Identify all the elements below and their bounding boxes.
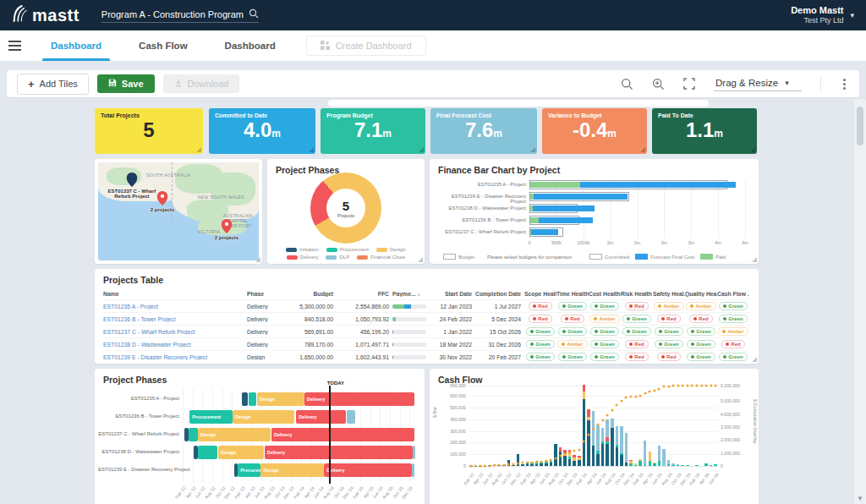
resize-grip[interactable] <box>752 357 757 362</box>
program-search-input[interactable]: Program A - Construction Program <box>101 8 259 23</box>
bar-segment-est01239-e-disaster-recovery-project <box>616 426 619 445</box>
health-cell: Green <box>589 340 621 348</box>
bar-segment-est01235-a-project <box>596 454 600 466</box>
health-cell: Red <box>524 302 556 310</box>
resize-grip[interactable] <box>309 147 314 152</box>
column-header-scope-health[interactable]: Scope Health <box>524 291 556 297</box>
cumulative-dot <box>573 450 576 452</box>
health-dot <box>659 330 662 333</box>
table-row[interactable]: EST01237 C - Wharf Refurb ProjectDeliver… <box>103 325 750 337</box>
table-row[interactable]: EST01235 A - ProjectDelivery5,300,000.00… <box>103 299 750 312</box>
kpi-tile-paid-to-date[interactable]: Paid To Date1.1m <box>652 108 757 154</box>
health-chip-green: Green <box>719 353 747 361</box>
search-icon[interactable] <box>249 8 259 20</box>
legend-swatch <box>326 255 337 260</box>
column-header-risk-health[interactable]: Risk Health <box>621 291 653 297</box>
map-pin[interactable] <box>222 219 233 233</box>
health-chip-red: Red <box>529 302 551 310</box>
tab-dashboard[interactable]: Dashboard <box>206 30 294 61</box>
kpi-value: 5 <box>101 118 197 142</box>
add-tiles-button[interactable]: + Add Tiles <box>17 74 89 95</box>
user-name: Demo Mastt <box>791 5 843 17</box>
save-button[interactable]: Save <box>97 74 155 93</box>
table-row[interactable]: EST01239 E - Disaster Recovery ProjectDe… <box>103 350 750 363</box>
resize-grip[interactable] <box>418 257 423 262</box>
column-header-cost-health[interactable]: Cost Health <box>589 291 621 297</box>
kpi-tile-program-budget[interactable]: Program Budget7.1m <box>321 108 425 154</box>
create-dashboard-button[interactable]: Create Dashboard <box>306 36 426 56</box>
column-header-payme-[interactable]: Payme... ↓ <box>392 291 431 297</box>
scrollbar-thumb[interactable] <box>857 107 863 145</box>
kpi-tile-variance-to-budget[interactable]: Variance to Budget-0.4m <box>542 108 647 154</box>
health-dot <box>533 317 536 320</box>
kpi-value: -0.4m <box>548 118 641 142</box>
health-dot <box>627 330 630 333</box>
map-pin[interactable] <box>157 191 168 205</box>
search-icon[interactable] <box>621 78 633 90</box>
bar-segment-est01236-b-tower-project <box>667 464 671 466</box>
table-cell: 789,170.00 <box>282 342 337 348</box>
resize-grip[interactable] <box>530 147 535 152</box>
table-row[interactable]: EST01236 B - Tower ProjectDelivery840,51… <box>103 312 750 325</box>
cumulative-dot <box>531 461 534 463</box>
column-header-ffc[interactable]: FFC <box>337 291 392 297</box>
column-header-safety-heal-[interactable]: Safety Heal... <box>653 291 685 297</box>
hamburger-menu-icon[interactable] <box>0 30 29 61</box>
health-label: Green <box>567 304 582 309</box>
tab-dashboard[interactable]: Dashboard <box>32 30 120 61</box>
resize-grip[interactable] <box>750 147 755 152</box>
map-canvas[interactable]: SOUTH AUSTRALIANEW SOUTH WALESAUSTRALIAN… <box>98 162 259 260</box>
project-name-link[interactable]: EST01236 B - Tower Project <box>103 316 247 322</box>
health-chip-red: Red <box>625 340 648 348</box>
user-menu[interactable]: Demo Mastt Test Pty Ltd ▾ <box>791 5 854 26</box>
health-dot <box>533 304 536 308</box>
map-pin[interactable] <box>126 173 137 187</box>
mastt-logo[interactable]: mastt <box>12 4 79 26</box>
kpi-tile-final-forecast-cost[interactable]: Final Forecast Cost7.6m <box>430 108 537 154</box>
resize-grip[interactable] <box>255 257 260 262</box>
table-row[interactable]: EST01238 D - Wastewater ProjectDelivery7… <box>103 337 750 350</box>
drag-resize-select[interactable]: Drag & Resize ▾ <box>714 76 802 91</box>
column-header-phase[interactable]: Phase <box>247 291 282 297</box>
cash-flow-tile: Cash Flow 690,000600,000500,000400,00030… <box>430 369 759 504</box>
resize-grip[interactable] <box>752 257 757 262</box>
project-name-link[interactable]: EST01238 D - Wastewater Project <box>103 342 247 348</box>
column-header-time-health[interactable]: Time Health <box>556 291 589 297</box>
vertical-scrollbar[interactable]: ▼ <box>854 100 866 504</box>
column-header-cash-flow-[interactable]: Cash Flow ... <box>717 291 749 297</box>
column-header-completion-date[interactable]: Completion Date <box>475 291 524 297</box>
finance-x-tick: 1000k <box>577 240 589 245</box>
resize-grip[interactable] <box>419 147 424 152</box>
more-options-icon[interactable] <box>840 77 849 91</box>
project-name-link[interactable]: EST01237 C - Wharf Refurb Project <box>103 329 247 335</box>
resize-grip[interactable] <box>640 147 645 152</box>
table-cell: 456,199.20 <box>337 329 392 335</box>
table-cell: 1,602,443.91 <box>337 354 392 360</box>
finance-bar-chart-tile: Finance Bar Chart by Project EST01235 A … <box>430 159 759 264</box>
scrollbar-down-arrow[interactable]: ▼ <box>854 495 866 502</box>
cumulative-dot <box>540 460 543 463</box>
fullscreen-icon[interactable] <box>683 78 695 90</box>
cashflow-stacked-bar <box>710 465 713 466</box>
column-header-quality-hea-[interactable]: Quality Hea... <box>685 291 717 297</box>
project-name-link[interactable]: EST01235 A - Project <box>103 304 247 310</box>
map-pin-label: 2 projects <box>215 235 238 240</box>
column-header-budget[interactable]: Budget <box>282 291 337 297</box>
zoom-in-icon[interactable] <box>652 78 665 90</box>
cumulative-dot <box>620 400 622 403</box>
cumulative-dot <box>489 464 491 467</box>
cumulative-dot <box>535 461 538 463</box>
kpi-tile-committed-to-date[interactable]: Committed to Date4.0m <box>209 108 315 154</box>
tab-cash-flow[interactable]: Cash Flow <box>120 30 206 61</box>
download-button[interactable]: Download <box>163 74 240 93</box>
health-label: Red <box>699 316 708 321</box>
kpi-tile-total-projects[interactable]: Total Projects5 <box>95 108 203 154</box>
health-cell: Green <box>685 327 717 336</box>
column-header-start-date[interactable]: Start Date <box>431 291 475 297</box>
column-header-name[interactable]: Name <box>103 291 247 297</box>
project-name-link[interactable]: EST01239 E - Disaster Recovery Project <box>103 354 247 360</box>
resize-grip[interactable] <box>196 147 201 152</box>
horizontal-scroll-strip[interactable] <box>328 100 709 107</box>
cumulative-dot <box>658 387 660 390</box>
drag-resize-value: Drag & Resize <box>715 78 778 88</box>
